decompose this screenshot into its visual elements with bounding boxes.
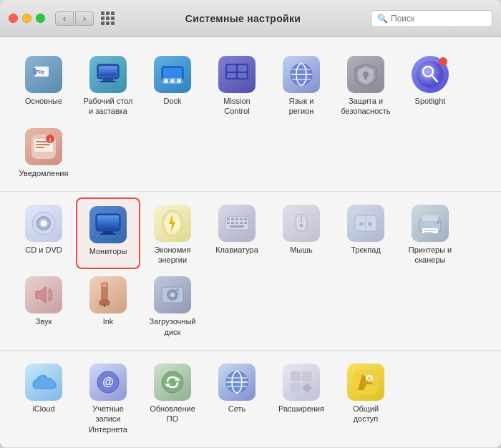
svg-rect-67 [422,215,438,221]
svg-rect-55 [235,222,238,224]
svg-point-71 [437,221,439,224]
search-input[interactable] [391,14,486,24]
forward-button[interactable]: › [75,11,94,26]
pref-osnovy[interactable]: File Основные [11,49,76,121]
pref-accounts[interactable]: @ Учетные записиИнтернета [76,356,140,439]
svg-rect-54 [231,222,234,224]
pref-extensions[interactable]: Расширения [269,356,334,439]
mouse-label: Мышь [290,245,313,255]
pref-sound[interactable]: Звук [11,269,76,341]
icloud-label: iCloud [32,404,54,414]
back-icon: ‹ [63,14,66,24]
search-box[interactable]: 🔍 [371,10,492,27]
pref-sharing[interactable]: ⚠ Общийдоступ [334,356,398,439]
network-label: Сеть [228,404,245,414]
svg-rect-50 [235,218,238,220]
hardware-icons-grid: CD и DVD Мониторы [11,198,490,341]
pref-lang[interactable]: Язык ирегион [269,49,334,121]
svg-rect-42 [103,231,113,233]
pref-mission[interactable]: MissionControl [205,49,269,121]
mission-icon [218,56,256,93]
trackpad-label: Трекпад [351,245,381,255]
back-button[interactable]: ‹ [55,11,74,26]
update-label: ОбновлениеПО [150,404,195,424]
pref-network[interactable]: Сеть [205,356,269,439]
svg-rect-31 [36,141,47,142]
ink-icon [89,276,127,313]
sharing-icon: ⚠ [347,364,384,401]
energy-label: Экономияэнергии [155,245,191,266]
pref-icloud[interactable]: iCloud [11,356,76,439]
close-button[interactable] [9,14,18,23]
pref-energy[interactable]: Экономияэнергии [140,198,205,270]
notification-badge [439,57,447,66]
pref-security[interactable]: Защита ибезопасность [334,49,398,121]
svg-text:File: File [36,69,44,74]
osnovy-label: Основные [25,96,62,106]
ink-label: Ink [103,316,114,326]
svg-rect-90 [291,371,301,381]
svg-rect-9 [163,68,182,79]
pref-notifications[interactable]: ! Уведомления [11,121,76,182]
keyboard-label: Клавиатура [215,245,258,255]
cd-label: CD и DVD [25,245,62,255]
pref-ink[interactable]: Ink [76,269,140,341]
svg-rect-17 [227,73,236,78]
grid-icon [101,11,115,25]
pref-cd[interactable]: CD и DVD [11,198,76,270]
forward-icon: › [83,14,86,24]
svg-text:@: @ [102,376,114,388]
svg-point-13 [177,79,181,83]
system-preferences-window: ‹ › Системные настройки 🔍 [0,0,501,448]
desktop-label: Рабочий столи заставка [83,96,132,117]
pref-monitors[interactable]: Мониторы [76,198,140,270]
svg-rect-16 [238,65,247,72]
pref-desktop[interactable]: Рабочий столи заставка [76,49,140,121]
section-hardware: CD и DVD Мониторы [0,192,501,351]
pref-update[interactable]: ОбновлениеПО [140,356,205,439]
security-label: Защита ибезопасность [341,96,390,117]
pref-trackpad[interactable]: Трекпад [334,198,398,270]
svg-rect-92 [291,383,301,393]
extensions-label: Расширения [278,404,324,414]
svg-rect-32 [36,144,50,145]
svg-point-65 [368,222,372,226]
pref-bootdisk[interactable]: Загрузочныйдиск [140,269,205,341]
pref-dock[interactable]: Dock [140,49,205,121]
svg-rect-15 [227,65,236,72]
pref-spotlight[interactable]: Spotlight [398,49,462,121]
lang-label: Язык ирегион [289,96,314,117]
minimize-button[interactable] [22,14,31,23]
grid-view-button[interactable] [99,11,115,26]
sound-icon [25,276,62,313]
svg-rect-57 [244,222,247,224]
svg-rect-91 [302,371,312,381]
extensions-icon [283,364,320,401]
spotlight-label: Spotlight [415,96,446,106]
svg-rect-53 [227,222,230,224]
svg-rect-5 [99,67,117,77]
maximize-button[interactable] [36,14,45,23]
accounts-icon: @ [89,364,127,401]
svg-rect-69 [424,230,436,231]
printers-icon [412,205,449,242]
mouse-icon [283,205,320,242]
trackpad-icon [347,205,384,242]
pref-keyboard[interactable]: Клавиатура [205,198,269,270]
cd-icon [25,205,62,242]
security-icon [347,56,384,93]
section-internet: iCloud @ Учетные записиИнтернета [0,351,501,448]
pref-mouse[interactable]: Мышь [269,198,334,270]
internet-icons-grid: iCloud @ Учетные записиИнтернета [11,356,490,439]
svg-rect-43 [100,233,116,235]
network-icon [218,364,256,401]
svg-rect-58 [230,225,244,228]
svg-text:⚠: ⚠ [366,376,372,383]
notifications-icon: ! [25,128,62,165]
svg-rect-6 [103,79,113,81]
svg-rect-7 [100,81,116,82]
personal-icons-grid: File Основные Рабочий столи заставка [11,49,490,182]
pref-printers[interactable]: Принтеры исканеры [398,198,462,270]
accounts-label: Учетные записиИнтернета [80,404,136,434]
svg-point-78 [170,293,175,297]
